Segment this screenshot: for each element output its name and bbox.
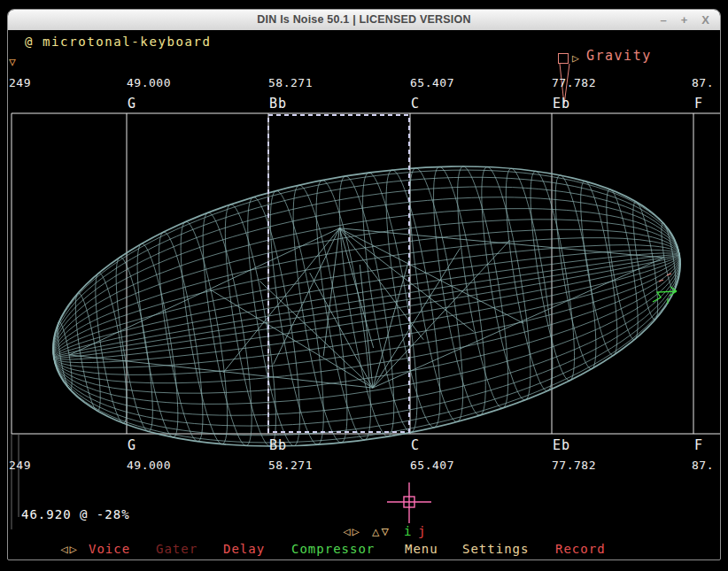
edge-freq-bottom-right: 87. bbox=[692, 459, 714, 472]
up-down-arrows-icon[interactable]: △▽ bbox=[372, 524, 391, 538]
i-icon[interactable]: i bbox=[404, 524, 411, 538]
note-name-top-G: G bbox=[128, 96, 136, 112]
note-name-bottom-C: C bbox=[411, 437, 420, 453]
note-freq-bottom-C: 65.407 bbox=[410, 459, 454, 472]
note-freq-top-Bb: 58.271 bbox=[268, 76, 313, 89]
menu-item-voice[interactable]: Voice bbox=[89, 542, 130, 556]
menu-item-gater[interactable]: Gater bbox=[156, 542, 197, 556]
editor-label: @ microtonal-keyboard bbox=[25, 35, 212, 49]
gravity-label[interactable]: Gravity bbox=[586, 48, 652, 64]
menu-item-settings[interactable]: Settings bbox=[462, 542, 529, 556]
gravity-handle[interactable] bbox=[558, 53, 569, 64]
din-app-screen: DIN Is Noise 50.1 | LICENSED VERSION – +… bbox=[0, 0, 728, 571]
note-name-top-F: F bbox=[694, 96, 703, 112]
note-freq-bottom-G: 49.000 bbox=[127, 459, 171, 472]
j-icon[interactable]: j bbox=[418, 524, 425, 538]
note-name-top-C: C bbox=[411, 96, 420, 112]
menu-item-delay[interactable]: Delay bbox=[223, 542, 265, 556]
pitch-volume-readout: 46.920 @ -28% bbox=[21, 507, 130, 521]
note-name-top-Eb: Eb bbox=[553, 96, 570, 112]
note-name-bottom-Eb: Eb bbox=[553, 437, 570, 453]
edge-freq-top-left: 249 bbox=[9, 76, 31, 89]
left-right-arrows-icon[interactable]: ◁▷ bbox=[343, 524, 361, 538]
note-freq-top-G: 49.000 bbox=[127, 76, 171, 89]
note-freq-top-C: 65.407 bbox=[410, 76, 454, 89]
note-freq-bottom-Eb: 77.782 bbox=[552, 459, 596, 472]
cursor-crosshair bbox=[387, 482, 431, 523]
note-name-bottom-Bb: Bb bbox=[269, 437, 287, 453]
menu-item-menu[interactable]: Menu bbox=[405, 542, 438, 556]
edge-freq-top-right: 87. bbox=[692, 76, 714, 89]
voice-nav-arrows-icon[interactable]: ◁▷ bbox=[60, 542, 79, 556]
drone-surface-mesh[interactable] bbox=[33, 125, 701, 488]
range-marker-icon[interactable]: ▽ bbox=[9, 55, 16, 68]
menu-item-compressor[interactable]: Compressor bbox=[291, 542, 375, 556]
note-name-top-Bb: Bb bbox=[269, 96, 287, 112]
gravity-pointer-icon[interactable]: ▷ bbox=[572, 51, 579, 65]
note-name-bottom-G: G bbox=[128, 437, 136, 453]
note-freq-top-Eb: 77.782 bbox=[552, 76, 596, 89]
note-name-bottom-F: F bbox=[694, 437, 703, 453]
note-freq-bottom-Bb: 58.271 bbox=[268, 459, 313, 472]
edge-freq-bottom-left: 249 bbox=[9, 459, 31, 472]
menu-item-record[interactable]: Record bbox=[555, 542, 606, 556]
keyboard-canvas[interactable] bbox=[0, 0, 728, 571]
